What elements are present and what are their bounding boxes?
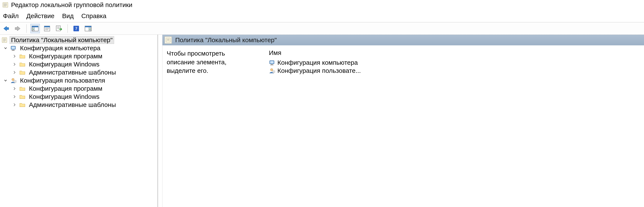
svg-rect-33 <box>14 80 16 82</box>
chevron-right-icon[interactable] <box>12 86 17 91</box>
svg-rect-21 <box>85 26 91 27</box>
user-icon <box>269 68 275 74</box>
tree-label: Конфигурация программ <box>28 85 104 92</box>
chevron-right-icon[interactable] <box>12 54 17 59</box>
properties-button[interactable] <box>42 24 52 33</box>
svg-rect-5 <box>3 2 4 8</box>
nav-back-button[interactable] <box>1 24 11 33</box>
policy-icon <box>164 36 172 44</box>
svg-rect-43 <box>270 65 274 65</box>
list-item[interactable]: Конфигурация компьютера <box>269 58 640 67</box>
tree-label: Административные шаблоны <box>28 101 117 108</box>
folder-icon <box>19 94 26 100</box>
details-header: Политика "Локальный компьютер" <box>162 35 644 45</box>
tree-label: Административные шаблоны <box>28 69 117 76</box>
app-icon <box>2 2 8 8</box>
svg-rect-10 <box>44 26 50 27</box>
help-button[interactable]: ? <box>72 24 81 33</box>
chevron-down-icon[interactable] <box>3 78 8 83</box>
description-text: Чтобы просмотреть описание элемента, выд… <box>167 49 250 75</box>
chevron-right-icon[interactable] <box>12 102 17 107</box>
details-list: Имя Конфигурация компьютера <box>269 49 640 75</box>
chevron-right-icon[interactable] <box>12 62 17 67</box>
svg-rect-41 <box>270 61 274 64</box>
folder-icon <box>19 102 26 108</box>
menu-bar: Файл Действие Вид Справка <box>0 11 644 22</box>
details-body: Чтобы просмотреть описание элемента, выд… <box>162 45 644 79</box>
folder-icon <box>19 53 26 60</box>
tree-windows-settings[interactable]: Конфигурация Windows <box>1 60 158 68</box>
tree-root[interactable]: Политика "Локальный компьютер" <box>1 36 158 44</box>
folder-icon <box>19 69 26 76</box>
tree-user-config[interactable]: Конфигурация пользователя <box>1 76 158 84</box>
show-hide-action-pane-button[interactable] <box>84 24 93 33</box>
tree-windows-settings-user[interactable]: Конфигурация Windows <box>1 93 158 101</box>
tree-computer-config[interactable]: Конфигурация компьютера <box>1 44 158 52</box>
folder-icon <box>19 61 26 68</box>
svg-rect-36 <box>166 38 170 42</box>
user-icon <box>10 77 16 84</box>
svg-rect-45 <box>272 71 275 72</box>
policy-icon <box>1 37 8 43</box>
app-title: Редактор локальной групповой политики <box>11 1 132 8</box>
main-split: Политика "Локальный компьютер" Конфигура… <box>0 35 644 207</box>
svg-rect-31 <box>12 50 15 51</box>
column-header-name[interactable]: Имя <box>269 49 640 56</box>
chevron-right-icon[interactable] <box>12 94 17 99</box>
svg-point-44 <box>270 68 273 71</box>
export-list-button[interactable] <box>54 24 64 33</box>
chevron-right-icon[interactable] <box>12 70 17 75</box>
tree-label: Конфигурация Windows <box>28 61 101 68</box>
tree-label: Конфигурация Windows <box>28 93 101 100</box>
title-bar: Редактор локальной групповой политики <box>0 0 644 11</box>
details-pane: Политика "Локальный компьютер" Чтобы про… <box>162 35 644 207</box>
toolbar-separator <box>68 24 68 33</box>
svg-rect-14 <box>56 26 60 31</box>
computer-icon <box>269 60 275 66</box>
details-header-label: Политика "Локальный компьютер" <box>175 36 277 44</box>
tree-software-settings[interactable]: Конфигурация программ <box>1 52 158 60</box>
tree-root-label: Политика "Локальный компьютер" <box>10 36 114 44</box>
tree-pane: Политика "Локальный компьютер" Конфигура… <box>0 35 158 207</box>
svg-rect-29 <box>12 47 15 49</box>
show-hide-tree-button[interactable] <box>30 24 40 33</box>
list-item-label: Конфигурация пользовате... <box>278 67 361 74</box>
folder-icon <box>19 86 26 92</box>
svg-point-32 <box>12 78 14 81</box>
splitter[interactable] <box>158 35 162 207</box>
tree-admin-templates[interactable]: Административные шаблоны <box>1 68 158 76</box>
svg-rect-30 <box>12 50 14 50</box>
computer-icon <box>10 45 16 51</box>
tree-label: Конфигурация программ <box>28 52 104 60</box>
tree-label: Конфигурация пользователя <box>19 77 106 84</box>
tree-admin-templates-user[interactable]: Административные шаблоны <box>1 101 158 109</box>
svg-rect-23 <box>2 38 7 42</box>
menu-help[interactable]: Справка <box>81 12 106 20</box>
svg-rect-42 <box>271 64 273 65</box>
menu-action[interactable]: Действие <box>26 12 54 20</box>
svg-text:?: ? <box>75 26 78 31</box>
tree-label: Конфигурация компьютера <box>19 44 102 52</box>
list-item-label: Конфигурация компьютера <box>278 59 358 66</box>
svg-rect-7 <box>32 26 38 27</box>
tree-software-settings-user[interactable]: Конфигурация программ <box>1 84 158 93</box>
nav-forward-button[interactable] <box>13 24 22 33</box>
console-tree[interactable]: Политика "Локальный компьютер" Конфигура… <box>0 36 158 109</box>
menu-file[interactable]: Файл <box>3 12 19 20</box>
list-item[interactable]: Конфигурация пользовате... <box>269 67 640 75</box>
tool-bar: ? <box>0 22 644 35</box>
chevron-down-icon[interactable] <box>3 46 8 51</box>
menu-view[interactable]: Вид <box>62 12 74 20</box>
